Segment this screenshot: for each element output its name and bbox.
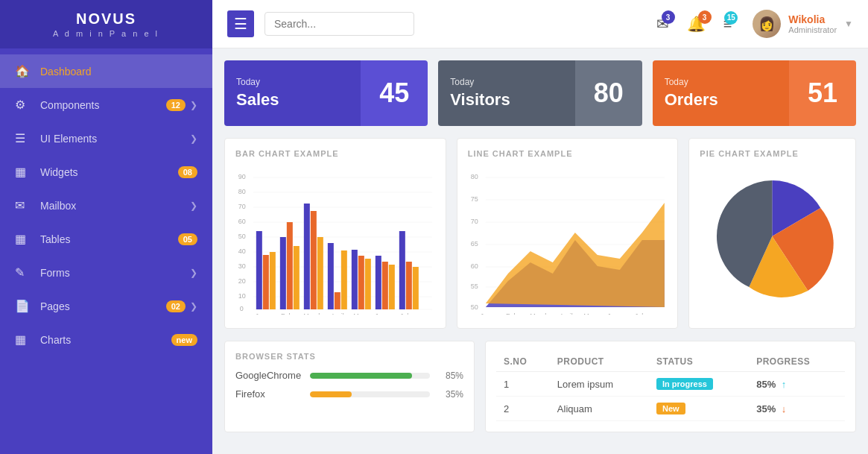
- bar-chart-card: BAR CHART EXAMPLE 90 80 70 60 50 40 30 2…: [224, 138, 446, 329]
- logo-title: NOVUS: [76, 10, 136, 28]
- status-badge: In progress: [656, 378, 713, 390]
- components-label: Components: [40, 99, 166, 111]
- svg-text:70: 70: [471, 218, 478, 225]
- col-progress: PROGRESS: [749, 352, 845, 372]
- browser-bar-firefox: [310, 391, 352, 397]
- sidebar-item-mailbox[interactable]: ✉ Mailbox ❯: [0, 189, 212, 222]
- search-input[interactable]: [264, 12, 414, 36]
- hamburger-button[interactable]: ☰: [227, 10, 254, 37]
- sidebar-item-pages[interactable]: 📄 Pages 02 ❯: [0, 289, 212, 323]
- svg-rect-32: [352, 250, 358, 309]
- svg-rect-30: [335, 292, 340, 309]
- bar-chart-svg: 90 80 70 60 50 40 30 20 10 0: [235, 165, 435, 315]
- svg-text:0: 0: [240, 305, 244, 312]
- svg-text:90: 90: [238, 173, 246, 180]
- svg-text:Jan: Jan: [480, 312, 491, 315]
- sidebar-item-widgets[interactable]: ▦ Widgets 08: [0, 155, 212, 189]
- mail-badge: 3: [662, 10, 675, 24]
- svg-text:60: 60: [471, 262, 478, 270]
- bell-badge: 3: [698, 10, 712, 24]
- forms-icon: ✎: [15, 265, 31, 280]
- progress-dir-icon: ↑: [782, 379, 787, 390]
- main-area: ☰ ✉ 3 🔔 3 ≡ 15 👩 Wikolia Administrator ▼: [212, 0, 868, 454]
- mailbox-icon: ✉: [15, 198, 31, 212]
- sidebar-item-components[interactable]: ⚙ Components 12 ❯: [0, 88, 212, 122]
- svg-text:75: 75: [471, 195, 478, 203]
- svg-text:80: 80: [238, 188, 246, 195]
- svg-text:July: July: [635, 312, 647, 315]
- svg-text:May: May: [353, 312, 367, 315]
- user-name: Wikolia: [788, 13, 837, 25]
- svg-text:10: 10: [238, 292, 246, 300]
- browser-name-chrome: GoogleChrome: [235, 370, 302, 381]
- user-chevron-icon: ▼: [844, 19, 853, 29]
- pie-chart-svg: [700, 165, 845, 307]
- svg-rect-26: [304, 204, 310, 309]
- browser-bar-chrome: [310, 373, 412, 379]
- mail-icon-wrap[interactable]: ✉ 3: [656, 15, 669, 33]
- user-role: Administrator: [788, 25, 837, 34]
- svg-rect-24: [287, 222, 293, 309]
- sales-today-label: Today: [236, 77, 349, 87]
- svg-text:65: 65: [471, 240, 478, 248]
- badge-widgets: 08: [178, 166, 197, 178]
- svg-rect-33: [358, 256, 364, 309]
- charts-icon: ▦: [15, 332, 31, 347]
- svg-text:30: 30: [238, 262, 246, 270]
- list-icon-wrap[interactable]: ≡ 15: [723, 16, 732, 33]
- svg-text:55: 55: [471, 283, 478, 290]
- svg-rect-22: [270, 252, 276, 309]
- svg-text:July: July: [400, 312, 413, 315]
- tables-icon: ▦: [15, 232, 31, 246]
- svg-text:June: June: [375, 312, 390, 315]
- row-status: New: [649, 397, 749, 421]
- browser-pct-chrome: 85%: [437, 371, 463, 381]
- table-row: 2 Aliquam New 35% ↓: [496, 397, 845, 421]
- charts-row: BAR CHART EXAMPLE 90 80 70 60 50 40 30 2…: [224, 138, 856, 329]
- badge-pages: 02: [166, 300, 186, 312]
- svg-text:50: 50: [471, 303, 478, 311]
- svg-rect-40: [413, 267, 419, 309]
- line-chart-card: LINE CHART EXAMPLE 80 75 70 65 60 55 50: [457, 138, 679, 329]
- chevron-pages-icon: ❯: [190, 301, 197, 312]
- user-menu[interactable]: 👩 Wikolia Administrator ▼: [753, 10, 853, 38]
- row-progress: 35% ↓: [749, 397, 845, 421]
- visitors-label: Visitors: [450, 90, 563, 110]
- sidebar-item-charts[interactable]: ▦ Charts new: [0, 323, 212, 356]
- svg-text:60: 60: [238, 218, 246, 225]
- sales-value: 45: [361, 60, 428, 126]
- svg-text:Jan: Jan: [256, 312, 267, 315]
- row-progress: 85% ↑: [749, 372, 845, 397]
- svg-rect-31: [341, 250, 347, 309]
- list-badge: 15: [724, 11, 738, 25]
- sales-label: Sales: [236, 90, 349, 110]
- chevron-components-icon: ❯: [190, 100, 197, 110]
- svg-text:April: April: [560, 312, 573, 315]
- bell-icon-wrap[interactable]: 🔔 3: [687, 15, 706, 33]
- sidebar-item-dashboard[interactable]: 🏠 Dashboard: [0, 54, 212, 88]
- mailbox-label: Mailbox: [40, 200, 186, 212]
- sidebar-item-forms[interactable]: ✎ Forms ❯: [0, 256, 212, 289]
- svg-rect-39: [406, 262, 412, 309]
- stat-card-orders: Today Orders 51: [653, 60, 856, 126]
- svg-rect-28: [317, 237, 323, 309]
- sidebar-item-tables[interactable]: ▦ Tables 05: [0, 222, 212, 256]
- svg-rect-23: [280, 237, 286, 309]
- dashboard-icon: 🏠: [15, 64, 31, 78]
- browser-stats-title: BROWSER STATS: [235, 352, 463, 361]
- svg-rect-38: [399, 231, 405, 309]
- svg-text:June: June: [607, 312, 622, 315]
- svg-text:April: April: [331, 312, 344, 315]
- pie-chart-title: PIE CHART EXAMPLE: [700, 149, 845, 158]
- svg-text:March: March: [530, 312, 548, 315]
- chevron-ui-elements-icon: ❯: [190, 133, 197, 144]
- avatar: 👩: [753, 10, 781, 38]
- svg-text:May: May: [583, 312, 597, 315]
- ui-elements-icon: ☰: [15, 131, 31, 145]
- svg-text:40: 40: [238, 248, 246, 255]
- svg-text:20: 20: [238, 277, 246, 285]
- widgets-label: Widgets: [40, 166, 178, 178]
- sidebar-item-ui-elements[interactable]: ☰ UI Elements ❯: [0, 122, 212, 155]
- logo-subtitle: A d m i n P a n e l: [53, 29, 159, 38]
- svg-rect-36: [382, 262, 388, 309]
